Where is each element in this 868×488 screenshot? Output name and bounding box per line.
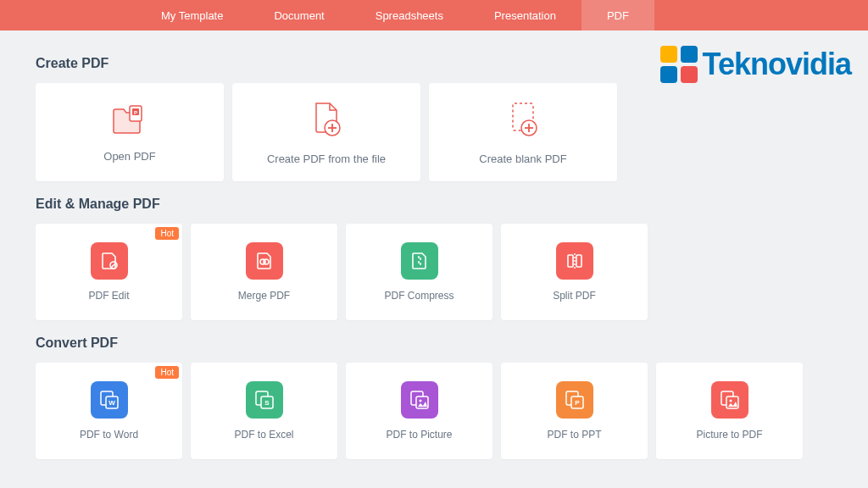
svg-text:S: S [264,399,270,407]
section-title-create: Create PDF [36,56,832,71]
tab-presentation[interactable]: Presentation [469,0,581,30]
merge-pdf-icon [246,242,283,280]
pdf-to-ppt-icon: P [556,381,593,419]
pdf-to-word-icon: W [91,381,128,419]
card-label: Merge PDF [238,290,290,302]
tab-label: Document [274,9,324,22]
svg-point-25 [419,400,421,402]
tab-spreadsheets[interactable]: Spreadsheets [350,0,469,30]
top-tab-bar: My Template Document Spreadsheets Presen… [0,0,868,30]
card-split-pdf[interactable]: Split PDF [501,224,648,320]
svg-rect-15 [576,255,581,267]
picture-to-pdf-icon [711,381,748,419]
tab-pdf[interactable]: PDF [581,0,654,30]
card-label: Picture to PDF [696,429,762,441]
card-label: PDF to PPT [547,429,601,441]
card-pdf-edit[interactable]: Hot PDF Edit [36,224,182,320]
pdf-compress-icon [401,242,438,280]
card-pdf-to-picture[interactable]: PDF to Picture [346,363,492,459]
tab-document[interactable]: Document [248,0,349,30]
card-label: Create blank PDF [479,152,566,165]
card-label: Open PDF [103,150,155,163]
blank-plus-icon [506,100,540,141]
section-title-edit: Edit & Manage PDF [36,197,832,212]
card-label: PDF to Excel [234,429,293,441]
split-pdf-icon [556,242,593,280]
folder-pdf-icon: P [111,103,148,138]
pdf-to-picture-icon [401,381,438,419]
section-title-convert: Convert PDF [36,336,832,351]
file-plus-icon [309,100,343,141]
card-picture-to-pdf[interactable]: Picture to PDF [656,363,803,459]
card-label: PDF to Word [80,429,138,441]
svg-point-31 [729,400,732,402]
card-label: PDF to Picture [386,429,452,441]
card-label: PDF Compress [384,290,453,302]
card-merge-pdf[interactable]: Merge PDF [191,224,337,320]
card-pdf-to-excel[interactable]: S PDF to Excel [191,363,337,459]
tab-label: Spreadsheets [376,9,443,22]
hot-badge: Hot [155,366,179,379]
svg-text:W: W [108,399,115,407]
svg-text:P: P [575,399,580,407]
tab-label: Presentation [494,9,556,22]
hot-badge: Hot [155,227,179,240]
tab-label: My Template [161,9,223,22]
svg-point-13 [264,259,269,264]
card-label: Split PDF [553,290,596,302]
card-label: PDF Edit [88,290,129,302]
svg-rect-14 [568,255,573,267]
card-label: Create PDF from the file [267,152,386,165]
card-pdf-to-ppt[interactable]: P PDF to PPT [501,363,648,459]
tab-my-template[interactable]: My Template [136,0,248,30]
pdf-edit-icon [91,242,128,280]
card-pdf-to-word[interactable]: Hot W PDF to Word [36,363,182,459]
card-create-blank[interactable]: Create blank PDF [429,83,617,181]
card-create-from-file[interactable]: Create PDF from the file [232,83,420,181]
card-pdf-compress[interactable]: PDF Compress [346,224,492,320]
pdf-to-excel-icon: S [246,381,283,419]
svg-text:P: P [134,109,137,114]
card-open-pdf[interactable]: P Open PDF [36,83,224,181]
tab-label: PDF [607,9,629,22]
